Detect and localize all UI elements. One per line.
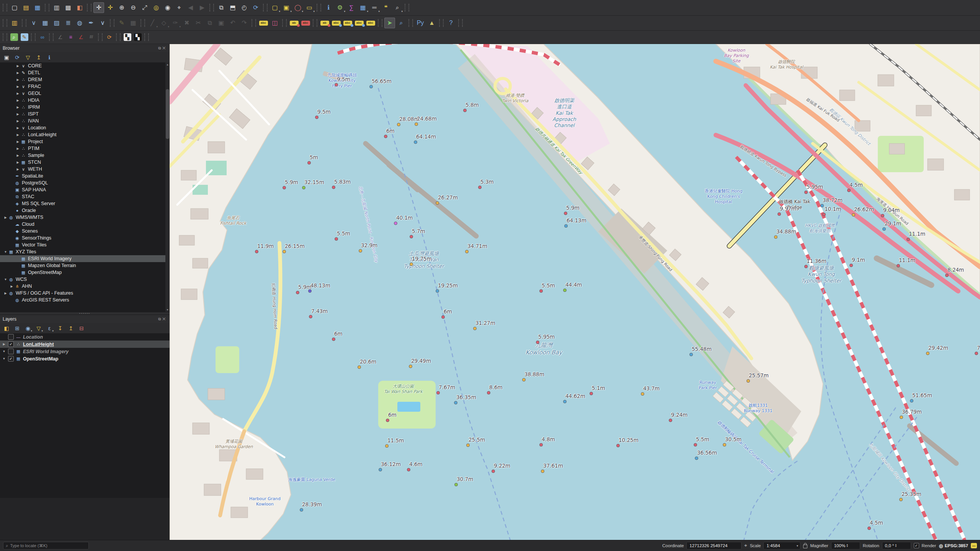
python-console-icon[interactable]: Py: [415, 18, 426, 28]
deselect-features-icon[interactable]: ◯▾: [292, 2, 303, 13]
new-project-icon[interactable]: ▢: [9, 2, 20, 13]
new-print-layout-icon[interactable]: ▥: [51, 2, 62, 13]
show-layout-manager-icon[interactable]: ▩: [63, 2, 74, 13]
lock-scale-icon[interactable]: [803, 544, 807, 548]
collapse-all-icon[interactable]: ↥: [34, 53, 43, 62]
hatch-lines-icon[interactable]: ///: [87, 33, 96, 42]
scroll-thumb[interactable]: [166, 89, 169, 139]
scale-combo[interactable]: 1:4584▼: [763, 542, 800, 549]
highlight-pinned-labels-icon[interactable]: ab: [319, 18, 330, 28]
zoom-out-icon[interactable]: ⊖: [128, 2, 139, 13]
move-label-icon[interactable]: abc: [331, 18, 341, 28]
layer-item-lonlatheight[interactable]: ▶✓∴LonLatHeight: [0, 341, 170, 348]
browser-item-spatialite[interactable]: ✒SpatiaLite: [0, 173, 170, 179]
show-hidden-labels-icon[interactable]: abc: [354, 18, 364, 28]
browser-item-lonlatheight[interactable]: ▶∴LonLatHeight: [0, 131, 170, 138]
add-spatialite-layer-icon[interactable]: ✒: [86, 18, 96, 28]
select-features-icon[interactable]: ▢▾: [270, 2, 280, 13]
pan-to-selection-icon[interactable]: ✛: [105, 2, 116, 13]
browser-item-project[interactable]: ▶▦Project: [0, 138, 170, 145]
add-mesh-layer-icon[interactable]: ▨: [51, 18, 62, 28]
search-layers-icon[interactable]: ⌕: [396, 18, 407, 28]
style-lines-icon[interactable]: ≡: [66, 33, 75, 42]
processing-toolbox-icon[interactable]: ▲: [426, 18, 437, 28]
refresh-browser-icon[interactable]: ⟳: [13, 53, 21, 62]
browser-item-geol[interactable]: ▶∨GEOL: [0, 90, 170, 97]
browser-item-oracle[interactable]: ●Oracle: [0, 207, 170, 214]
browser-item-stac[interactable]: ⧉STAC: [0, 193, 170, 200]
open-data-source-manager-icon[interactable]: ▥: [9, 18, 20, 28]
raster-checker-dark-icon[interactable]: ▚: [133, 33, 142, 42]
rotation-value[interactable]: 0,0 °▲▼: [882, 542, 911, 549]
browser-item-ahn[interactable]: ▶⋔AHN: [0, 283, 170, 290]
add-raster-layer-icon[interactable]: ▦: [40, 18, 51, 28]
feature-actions-icon[interactable]: ⚙▾: [335, 2, 345, 13]
open-layer-styling-icon[interactable]: ◧: [2, 324, 11, 333]
add-group-icon[interactable]: ⊞: [13, 324, 21, 333]
crs-value[interactable]: EPSG:3857: [945, 543, 968, 548]
scroll-up-icon[interactable]: ▲: [165, 62, 170, 67]
save-project-icon[interactable]: ▦: [32, 2, 43, 13]
browser-item-scenes[interactable]: ◆Scenes: [0, 228, 170, 235]
scroll-down-icon[interactable]: ▼: [165, 308, 170, 312]
add-selected-layers-icon[interactable]: ▣: [2, 53, 11, 62]
layer-visibility-checkbox[interactable]: ✓: [8, 341, 14, 347]
refresh-map-icon[interactable]: ⟳: [250, 2, 261, 13]
layer-visibility-checkbox[interactable]: ✓: [8, 356, 14, 362]
browser-item-sap-hana[interactable]: ▣SAP HANA: [0, 186, 170, 193]
panel-splitter[interactable]: ••••••: [0, 312, 170, 315]
zoom-full-extent-icon[interactable]: ⤢: [139, 2, 150, 13]
browser-item-ispt[interactable]: ▶∴ISPT: [0, 111, 170, 117]
add-vector-layer-icon[interactable]: ∨: [28, 18, 39, 28]
browser-item-wms-wmts[interactable]: ▶◍WMS/WMTS: [0, 214, 170, 221]
mouse-extent-icon[interactable]: ⌖: [744, 543, 747, 549]
browser-item-drem[interactable]: ▶∴DREM: [0, 76, 170, 83]
select-by-form-icon[interactable]: ▣▾: [281, 2, 292, 13]
locator-search-input[interactable]: ⌕ Type to locate (⌘K): [3, 542, 89, 549]
properties-info-icon[interactable]: ℹ: [45, 53, 54, 62]
browser-item-core[interactable]: ▶∨CORE: [0, 62, 170, 69]
filter-by-expression-icon[interactable]: ε▾: [45, 324, 54, 333]
zoom-in-icon[interactable]: ⊕: [116, 2, 127, 13]
magnifier-value[interactable]: 100%▲▼: [831, 542, 860, 549]
open-project-icon[interactable]: ▤: [21, 2, 31, 13]
change-label-icon[interactable]: abc: [365, 18, 376, 28]
map-tips-icon[interactable]: ❝: [381, 2, 391, 13]
rotate-label-icon[interactable]: abc: [342, 18, 353, 28]
browser-item-cloud[interactable]: ☁Cloud: [0, 221, 170, 228]
zoom-to-layer-icon[interactable]: ◉: [162, 2, 173, 13]
layer-item-esri-world-imagery[interactable]: ▼▦ESRI World Imagery: [0, 348, 170, 355]
layer-labeling-options-icon[interactable]: abc: [258, 18, 269, 28]
browser-item-vector-tiles[interactable]: ▦Vector Tiles: [0, 241, 170, 248]
identify-features-icon[interactable]: ℹ: [323, 2, 334, 13]
remove-layer-icon[interactable]: ⊟: [77, 324, 86, 333]
browser-item-esri-world-imagery[interactable]: ▦ESRI World Imagery: [0, 255, 170, 262]
statistical-summary-icon[interactable]: ∑: [346, 2, 357, 13]
layers-close-icon[interactable]: ✕: [162, 317, 167, 321]
layer-visibility-checkbox[interactable]: [8, 349, 14, 354]
select-by-value-icon[interactable]: ▭▾: [304, 2, 315, 13]
layer-diagram-options-icon[interactable]: ◫: [270, 18, 280, 28]
browser-item-hdia[interactable]: ▶∴HDIA: [0, 97, 170, 104]
new-map-view-icon[interactable]: ⧉: [216, 2, 227, 13]
draw-polyline-icon[interactable]: ∠: [56, 33, 65, 42]
browser-item-ivan[interactable]: ▶∴IVAN: [0, 117, 170, 124]
browser-item-arcgis-rest-servers[interactable]: ◍ArcGIS REST Servers: [0, 297, 170, 303]
browser-scrollbar[interactable]: ▲ ▼: [165, 62, 170, 312]
new-3d-map-view-icon[interactable]: ⬒: [227, 2, 238, 13]
browser-item-detl[interactable]: ▶✎DETL: [0, 69, 170, 76]
zoom-to-selection-icon[interactable]: ◎: [151, 2, 162, 13]
browser-item-frac[interactable]: ▶∨FRAC: [0, 83, 170, 90]
manage-map-themes-icon[interactable]: ◉▾: [24, 324, 32, 333]
browser-item-wfs-ogc-api-features[interactable]: ▶◍WFS / OGC API - Features: [0, 290, 170, 297]
plugin-reload-icon[interactable]: ⟳: [105, 33, 114, 42]
browser-item-ms-sql-server[interactable]: ◈MS SQL Server: [0, 200, 170, 207]
browser-item-weth[interactable]: ▶∨WETH: [0, 166, 170, 173]
browser-close-icon[interactable]: ✕: [162, 46, 167, 50]
open-attribute-table-icon[interactable]: ▦▾: [358, 2, 368, 13]
layer-item-openstreetmap[interactable]: ▼✓▦OpenStreetMap: [0, 355, 170, 362]
browser-item-wcs[interactable]: ▼◍WCS: [0, 276, 170, 283]
digitize-vertices-icon[interactable]: ∠: [76, 33, 86, 42]
measure-icon[interactable]: ═▾: [369, 2, 380, 13]
expand-all-icon[interactable]: ↧: [56, 324, 64, 333]
